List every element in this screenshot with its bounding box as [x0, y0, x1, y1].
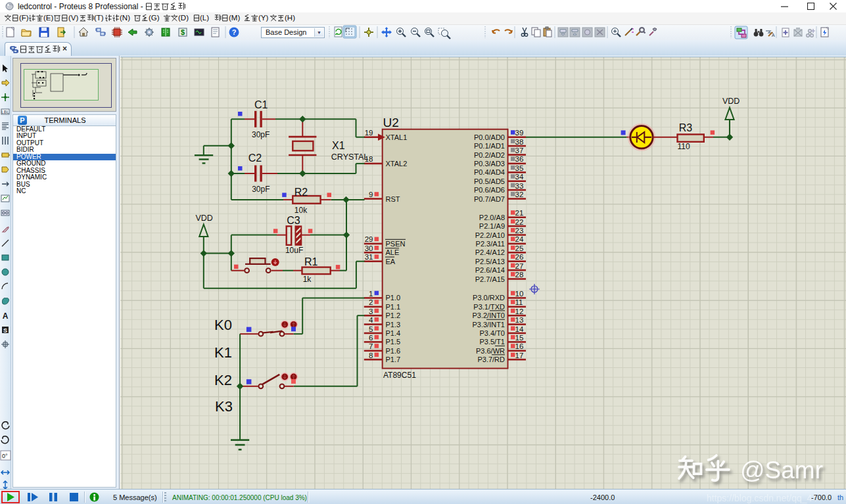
svg-text:XTAL1: XTAL1: [386, 133, 408, 141]
svg-text:P2.3/A11: P2.3/A11: [476, 240, 505, 248]
svg-text:R2: R2: [294, 187, 308, 198]
svg-text:1k: 1k: [303, 275, 312, 284]
svg-text:CRYSTAL: CRYSTAL: [331, 152, 369, 162]
svg-text:110: 110: [678, 142, 690, 151]
svg-text:17: 17: [515, 352, 524, 359]
svg-text:37: 37: [515, 147, 524, 154]
svg-text:14: 14: [515, 325, 524, 333]
svg-text:P0.3/AD3: P0.3/AD3: [474, 160, 505, 168]
svg-text:12: 12: [515, 308, 524, 315]
svg-text:P1.5: P1.5: [386, 338, 401, 346]
svg-text:39: 39: [515, 129, 524, 137]
svg-text:S: S: [3, 327, 7, 334]
svg-text:LBL: LBL: [1, 110, 9, 114]
svg-text:7: 7: [369, 342, 373, 350]
svg-text:15: 15: [515, 334, 524, 342]
svg-text:29: 29: [365, 235, 373, 243]
svg-text:EA: EA: [386, 258, 396, 265]
svg-text:16: 16: [515, 342, 524, 350]
svg-text:VDD: VDD: [196, 214, 213, 223]
svg-text:P2.6/A14: P2.6/A14: [475, 266, 505, 274]
svg-text:P1.6: P1.6: [386, 347, 401, 355]
svg-text:RST: RST: [386, 195, 400, 203]
svg-text:P0.0/AD0: P0.0/AD0: [474, 133, 505, 141]
svg-text:10k: 10k: [294, 206, 308, 215]
svg-text:9: 9: [369, 191, 373, 198]
svg-text:C1: C1: [254, 99, 268, 110]
svg-text:28: 28: [515, 271, 524, 279]
svg-text:U2: U2: [383, 116, 399, 129]
svg-text:24: 24: [515, 235, 524, 243]
svg-text:11: 11: [515, 298, 523, 306]
svg-text:@Samr: @Samr: [740, 457, 823, 484]
svg-text:A: A: [3, 311, 9, 321]
svg-text:P3.2/INT0: P3.2/INT0: [472, 311, 505, 319]
svg-text:32: 32: [515, 191, 524, 198]
svg-text:VDD: VDD: [722, 97, 740, 106]
svg-text:K0: K0: [214, 317, 232, 333]
svg-text:P0.2/AD2: P0.2/AD2: [474, 151, 505, 159]
svg-text:K2: K2: [214, 372, 232, 388]
svg-text:?: ?: [232, 28, 237, 36]
svg-text:30pF: 30pF: [252, 185, 270, 194]
svg-text:23: 23: [515, 227, 524, 235]
svg-text:K1: K1: [214, 344, 232, 361]
svg-text:K3: K3: [215, 398, 233, 415]
svg-text:30: 30: [365, 244, 373, 252]
svg-text:P3.0/RXD: P3.0/RXD: [473, 294, 505, 302]
svg-text:P3.4/T0: P3.4/T0: [479, 329, 505, 337]
svg-text:P2.7/A15: P2.7/A15: [475, 275, 505, 283]
svg-text:1: 1: [369, 290, 373, 298]
svg-text:P2.4/A12: P2.4/A12: [475, 248, 505, 256]
svg-text:2: 2: [369, 298, 373, 306]
svg-text:P3.1/TXD: P3.1/TXD: [473, 303, 505, 311]
svg-text:P0.1/AD1: P0.1/AD1: [474, 142, 505, 150]
svg-text:C2: C2: [248, 152, 262, 164]
svg-text:X1: X1: [332, 140, 345, 151]
svg-text:A: A: [772, 33, 775, 37]
svg-text:P2.1/A9: P2.1/A9: [479, 222, 505, 230]
svg-text:P3.3/INT1: P3.3/INT1: [472, 321, 505, 329]
svg-text:33: 33: [515, 182, 524, 190]
svg-text:19: 19: [365, 129, 373, 137]
svg-text:P0.5/AD5: P0.5/AD5: [474, 177, 505, 185]
svg-text:35: 35: [515, 164, 524, 172]
svg-text:P2.0/A8: P2.0/A8: [479, 214, 505, 221]
svg-text:P2.2/A10: P2.2/A10: [475, 231, 505, 239]
svg-text:22: 22: [515, 218, 524, 226]
svg-text:13: 13: [515, 316, 524, 324]
svg-text:XTAL2: XTAL2: [386, 160, 408, 168]
svg-text:P0.7/AD7: P0.7/AD7: [474, 195, 505, 203]
svg-text:P1.7: P1.7: [386, 355, 401, 363]
svg-text:0°: 0°: [2, 453, 8, 459]
svg-text:R1: R1: [304, 256, 318, 267]
svg-text:PSEN: PSEN: [386, 240, 406, 248]
svg-text:26: 26: [515, 253, 524, 261]
svg-text:38: 38: [515, 138, 524, 146]
svg-text:8: 8: [369, 352, 373, 359]
svg-text:P1.4: P1.4: [386, 329, 401, 337]
svg-text:P2.5/A13: P2.5/A13: [475, 258, 505, 265]
svg-text:P3.7/RD: P3.7/RD: [477, 355, 505, 363]
svg-text:P1.0: P1.0: [386, 294, 401, 302]
svg-text:P1.2: P1.2: [386, 311, 401, 319]
svg-text:10: 10: [515, 290, 524, 298]
svg-text:4: 4: [369, 316, 373, 324]
svg-text:10uF: 10uF: [285, 246, 303, 255]
svg-text:36: 36: [515, 155, 524, 163]
svg-text:5: 5: [369, 325, 373, 333]
svg-text:$: $: [181, 28, 185, 36]
svg-text:R3: R3: [679, 122, 693, 133]
svg-text:P3.5/T1: P3.5/T1: [479, 338, 505, 346]
svg-text:27: 27: [515, 262, 524, 270]
svg-text:P1.1: P1.1: [386, 303, 401, 311]
svg-text:21: 21: [515, 209, 524, 217]
svg-text:6: 6: [369, 334, 373, 342]
svg-text:ALE: ALE: [386, 248, 400, 256]
svg-text:P3.6/WR: P3.6/WR: [476, 347, 505, 355]
svg-text:30pF: 30pF: [252, 130, 270, 139]
svg-text:P0.6/AD6: P0.6/AD6: [474, 186, 505, 194]
svg-text:31: 31: [365, 253, 373, 261]
svg-text:AT89C51: AT89C51: [383, 371, 416, 380]
svg-text:P1.3: P1.3: [386, 321, 401, 329]
